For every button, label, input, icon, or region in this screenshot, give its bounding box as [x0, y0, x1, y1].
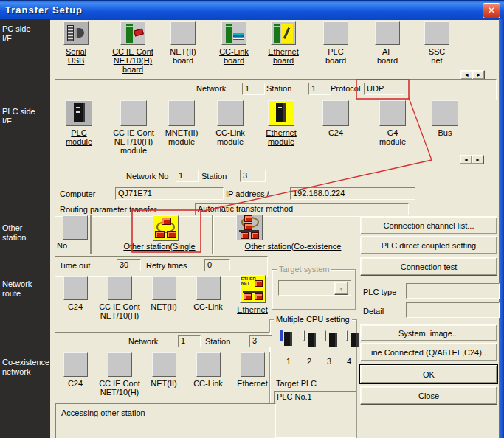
computer-label: Computer — [60, 190, 95, 198]
system-image-button[interactable]: System image... — [360, 324, 497, 341]
target-plc-field[interactable]: PLC No.1 — [274, 391, 356, 438]
plc-side-item-mnet2-module[interactable]: MNET(II) module — [154, 100, 209, 146]
station-no-field[interactable]: 3 — [240, 170, 266, 182]
ethernet-route-icon: ETHER NET — [240, 275, 266, 303]
pc-side-item-cclink-board[interactable]: CC-Link board — [207, 21, 261, 65]
network-route-item-cclink[interactable]: CC-Link — [184, 276, 232, 311]
net2-board-icon — [170, 21, 196, 45]
plc-side-item-g4-module[interactable]: G4 module — [365, 100, 420, 146]
coex-item-label: Ethernet — [237, 379, 268, 388]
coex-item-ccie[interactable]: CC IE Cont NET/10(H) — [96, 352, 143, 397]
net2-coex-icon — [152, 352, 176, 377]
ccie-board-icon — [120, 21, 145, 45]
cpu1-icon[interactable] — [280, 330, 283, 341]
other-station-item-coexistence[interactable] — [236, 215, 263, 240]
ethernet-coex-icon — [241, 352, 265, 377]
cpu3-number: 3 — [320, 357, 338, 366]
other-station-coexistence-label[interactable]: Other station(Co-existence — [230, 242, 356, 251]
other-station-single-label[interactable]: Other station(Single — [118, 242, 201, 251]
plc-module-icon — [66, 100, 92, 126]
c24-coex-icon — [63, 352, 88, 377]
plc-side-item-c24[interactable]: C24 — [308, 100, 363, 137]
icon-art — [239, 230, 259, 232]
multiple-cpu-group: Multiple CPU setting 1 2 3 4 Target PLC … — [269, 319, 357, 438]
other-station-item-single[interactable] — [153, 215, 179, 241]
target-system-label: Target system — [277, 265, 331, 274]
scroll-right-icon[interactable]: ► — [472, 155, 484, 164]
section-label-other-station: Other station — [2, 223, 51, 244]
close-icon[interactable]: ✕ — [483, 3, 500, 18]
icon-art — [76, 107, 80, 108]
ip-address-field[interactable]: 192.168.0.224 — [290, 187, 415, 200]
section-label-network-route: Network route — [2, 279, 51, 300]
network-no-field[interactable]: 1 — [176, 170, 199, 182]
plc-side-item-label: Bus — [438, 128, 452, 137]
cpu3-icon[interactable] — [325, 330, 326, 341]
plc-side-item-cclink-module[interactable]: CC-Link module — [203, 100, 258, 146]
pc-side-item-label: AF board — [377, 47, 398, 65]
icon-art — [255, 280, 263, 287]
pc-side-item-ethernet-board[interactable]: Ethernet board — [256, 21, 311, 65]
network-route-item-net2[interactable]: NET(II) — [140, 276, 187, 311]
c24-module-icon — [322, 100, 349, 126]
network-field[interactable]: 1 — [242, 83, 265, 95]
network-route-item-c24[interactable]: C24 — [52, 276, 99, 311]
computer-field[interactable]: QJ71E71 — [115, 187, 224, 200]
pc-side-item-label: PLC board — [325, 47, 346, 65]
chevron-down-icon[interactable]: ▼ — [334, 282, 348, 295]
ok-button[interactable]: OK — [360, 365, 497, 383]
c24-route-icon — [63, 276, 88, 300]
cpu4-icon[interactable] — [346, 330, 348, 341]
coex-item-net2[interactable]: NET(II) — [140, 352, 187, 388]
detail-field[interactable] — [406, 302, 500, 318]
scroll-left-icon[interactable]: ◄ — [460, 155, 472, 164]
line-connected-button[interactable]: ine Connected (Q/A6TEL,C24).. — [360, 343, 497, 361]
plc-side-item-ccie-module[interactable]: CC IE Cont NET/10(H) module — [106, 100, 161, 155]
plc-side-item-plc-module[interactable]: PLC module — [52, 100, 106, 146]
cpu2-icon[interactable] — [303, 330, 305, 341]
plc-side-item-label: Ethernet module — [266, 128, 297, 146]
ethernet-board-icon — [271, 21, 296, 45]
plc-side-item-ethernet-module[interactable]: Ethernet module — [254, 100, 308, 146]
sidebar: PC side I/F PLC side I/F Other station N… — [0, 19, 50, 438]
network-label: Network — [196, 84, 226, 93]
mnet2-module-icon — [168, 100, 195, 126]
network-route-item-ethernet[interactable]: ETHER NET Ethernet — [229, 275, 276, 314]
plc-side-item-label: G4 module — [379, 128, 406, 146]
pc-side-item-label: NET(II) board — [170, 47, 196, 65]
icon-art — [243, 291, 263, 293]
pc-side-item-label: Ethernet board — [268, 47, 299, 65]
pc-side-item-net2-board[interactable]: NET(II) board — [156, 21, 210, 65]
coex-item-label: NET(II) — [151, 379, 176, 388]
pc-side-item-ssc-net[interactable]: SSC net — [410, 21, 464, 65]
connection-test-button[interactable]: Connection test — [360, 257, 497, 276]
network-route-item-ccie[interactable]: CC IE Cont NET/10(H) — [96, 276, 143, 320]
icon-art — [251, 232, 259, 239]
plc-direct-coupled-button[interactable]: PLC direct coupled setting — [360, 236, 497, 254]
pc-side-item-serial-usb[interactable]: Serial USB — [49, 21, 103, 65]
protocol-label: Protocol — [331, 84, 360, 93]
comment-box: Accessing other station — [55, 403, 276, 438]
connection-channel-list-button[interactable]: Connection channel list... — [360, 217, 497, 234]
coex-network-field[interactable]: 1 — [178, 335, 201, 347]
pc-side-item-af-board[interactable]: AF board — [360, 21, 415, 65]
coex-item-cclink[interactable]: CC-Link — [184, 352, 232, 388]
pc-side-item-ccie-board[interactable]: CC IE Cont NET/10(H) board — [106, 21, 160, 74]
timeout-field[interactable]: 30 — [117, 259, 141, 271]
target-system-combobox[interactable]: ▼ — [278, 280, 351, 296]
coex-item-ethernet[interactable]: Ethernet — [229, 352, 276, 388]
plc-type-field[interactable] — [406, 283, 500, 299]
close-button[interactable]: Close — [360, 386, 497, 405]
routing-field[interactable]: Automatic transfer method — [195, 203, 409, 215]
protocol-field[interactable]: UDP — [364, 83, 404, 95]
retry-times-field[interactable]: 0 — [204, 259, 230, 271]
coex-station-field[interactable]: 3 — [249, 335, 272, 347]
station-field[interactable]: 1 — [308, 83, 331, 95]
section-label-pc-side: PC side I/F — [2, 24, 51, 41]
cpu1-number: 1 — [280, 357, 297, 366]
icon-art — [74, 103, 85, 122]
other-station-item-no[interactable] — [63, 215, 88, 240]
coex-item-c24[interactable]: C24 — [52, 352, 99, 388]
plc-side-item-bus[interactable]: Bus — [418, 100, 472, 137]
pc-side-item-plc-board[interactable]: PLC board — [308, 21, 363, 65]
